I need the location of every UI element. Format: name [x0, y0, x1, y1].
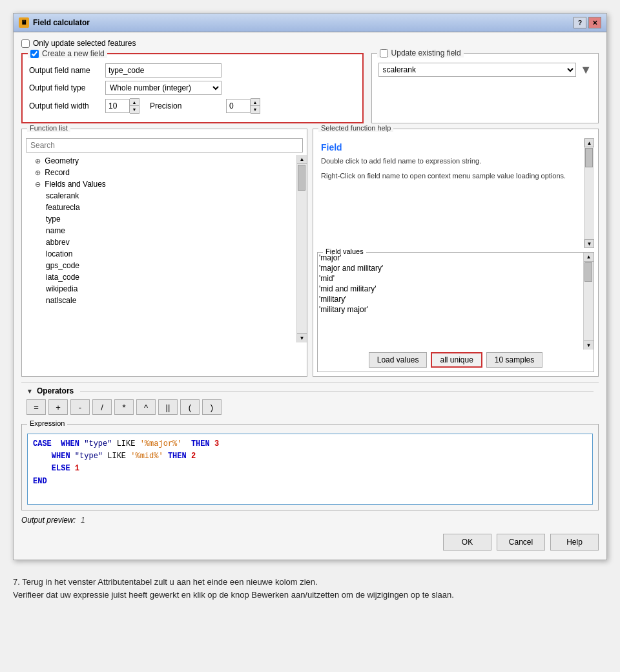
tree-item-location[interactable]: location	[22, 248, 296, 260]
help-sb-thumb[interactable]	[585, 148, 593, 167]
precision-up[interactable]: ▲	[251, 99, 260, 106]
op-close-paren[interactable]: )	[202, 399, 222, 415]
ok-button[interactable]: OK	[443, 534, 491, 551]
tree-item-natlscale[interactable]: natlscale	[22, 295, 296, 306]
output-field-type-select[interactable]: Whole number (integer) Decimal number (r…	[105, 81, 222, 95]
help-sb-track	[584, 147, 594, 239]
fv-scroll-track	[584, 262, 594, 341]
close-btn[interactable]: ✕	[588, 17, 601, 28]
precision-input[interactable]	[226, 99, 251, 113]
app-icon: 🖩	[19, 17, 29, 28]
fv-item-1[interactable]: 'major'	[318, 253, 583, 263]
tree-scroll-down[interactable]: ▼	[297, 333, 307, 342]
output-field-type-label: Output field type	[29, 83, 100, 92]
fv-scrollbar: ▲ ▼	[583, 253, 594, 350]
function-help-title: Field	[321, 142, 580, 152]
field-values-list: 'major' 'major and military' 'mid' 'mid …	[318, 253, 583, 350]
op-plus[interactable]: +	[48, 399, 68, 415]
ten-samples-btn[interactable]: 10 samples	[486, 352, 542, 368]
tree-item-record[interactable]: ⊕ Record	[22, 167, 296, 178]
tree-scroll-thumb[interactable]	[298, 165, 305, 191]
tree-scroll-wrapper: ⊕ Geometry ⊕ Record ⊖ Fields and Values	[22, 155, 307, 342]
title-bar-left: 🖩 Field calculator	[19, 17, 90, 28]
load-values-btn[interactable]: Load values	[369, 352, 428, 368]
expression-title: Expression	[27, 419, 67, 427]
operators-header[interactable]: ▼ Operators	[26, 386, 594, 395]
op-minus[interactable]: -	[70, 399, 90, 415]
tree-scroll-up[interactable]: ▲	[297, 155, 307, 164]
tree-item-fields-values[interactable]: ⊖ Fields and Values	[22, 178, 296, 190]
update-dropdown-arrow[interactable]: ▼	[580, 63, 592, 77]
op-open-paren[interactable]: (	[180, 399, 200, 415]
output-field-width-up[interactable]: ▲	[130, 99, 139, 106]
search-box	[26, 138, 303, 152]
output-field-type-row: Output field type Whole number (integer)…	[29, 81, 356, 95]
op-equals[interactable]: =	[26, 399, 46, 415]
help-sb-down[interactable]: ▼	[584, 239, 594, 248]
tree-scrollbar: ▲ ▼	[296, 155, 307, 342]
expand-icon-fields-values: ⊖	[35, 180, 41, 188]
update-existing-field-content: scalerank ▼	[372, 54, 598, 82]
search-input[interactable]	[26, 138, 303, 152]
output-field-name-input[interactable]	[105, 63, 222, 78]
tree-item-scalerank[interactable]: scalerank	[22, 190, 296, 202]
fv-scroll-down[interactable]: ▼	[584, 341, 594, 350]
expression-section: Expression CASE WHEN "type" LIKE '%major…	[21, 424, 599, 510]
output-field-name-label: Output field name	[29, 66, 100, 75]
output-field-width-spin: ▲ ▼	[105, 98, 140, 114]
fv-item-4[interactable]: 'mid and military'	[318, 284, 583, 294]
tree-item-wikipedia[interactable]: wikipedia	[22, 283, 296, 295]
precision-spin: ▲ ▼	[226, 98, 260, 114]
output-preview-row: Output preview: 1	[21, 516, 599, 525]
fv-scroll-wrapper: 'major' 'major and military' 'mid' 'mid …	[318, 253, 594, 350]
expression-content: CASE WHEN "type" LIKE '%major%' THEN 3 W…	[22, 425, 598, 510]
selected-function-panel: Selected function help Field Double clic…	[313, 129, 599, 377]
output-field-width-input[interactable]	[105, 99, 130, 113]
tree-item-gps-code[interactable]: gps_code	[22, 260, 296, 271]
output-field-width-down[interactable]: ▼	[130, 106, 139, 113]
create-new-field-checkbox[interactable]	[30, 50, 39, 58]
fv-item-5[interactable]: 'military'	[318, 294, 583, 304]
only-update-checkbox[interactable]	[21, 39, 30, 48]
tree-item-iata-code[interactable]: iata_code	[22, 271, 296, 283]
dialog-buttons: OK Cancel Help	[21, 531, 599, 552]
op-pipe[interactable]: ||	[158, 399, 178, 415]
tree-item-geometry[interactable]: ⊕ Geometry	[22, 155, 296, 167]
function-list-panel: Function list ⊕ Geometry ⊕	[21, 129, 307, 377]
update-existing-field-select[interactable]: scalerank	[378, 63, 577, 77]
help-button[interactable]: Help	[550, 534, 599, 551]
field-calculator-dialog: 🖩 Field calculator ? ✕ Only update selec…	[13, 13, 607, 560]
cancel-button[interactable]: Cancel	[497, 534, 545, 551]
fv-scroll-up[interactable]: ▲	[584, 253, 594, 262]
tree-item-featurecla[interactable]: featurecla	[22, 202, 296, 213]
op-divide[interactable]: /	[92, 399, 112, 415]
op-caret[interactable]: ^	[136, 399, 156, 415]
tree-item-type[interactable]: type	[22, 213, 296, 225]
precision-down[interactable]: ▼	[251, 106, 260, 113]
update-existing-field-title: Update existing field	[377, 48, 464, 58]
field-values-buttons: Load values all unique 10 samples	[318, 350, 594, 372]
help-title-btn[interactable]: ?	[574, 17, 586, 28]
op-multiply[interactable]: *	[114, 399, 134, 415]
tree-item-abbrev[interactable]: abbrev	[22, 236, 296, 248]
help-scrollbar: ▲ ▼	[584, 138, 594, 248]
title-bar: 🖩 Field calculator ? ✕	[14, 14, 606, 32]
all-unique-btn[interactable]: all unique	[431, 352, 482, 368]
fv-item-2[interactable]: 'major and military'	[318, 263, 583, 273]
tree-item-name[interactable]: name	[22, 225, 296, 236]
fv-item-6[interactable]: 'military major'	[318, 304, 583, 315]
bottom-text: 7. Terug in het venster Attributentabel …	[13, 576, 607, 601]
fv-item-3[interactable]: 'mid'	[318, 273, 583, 284]
create-new-field-content: Output field name Output field type Whol…	[23, 54, 362, 122]
function-help-text2: Right-Click on field name to open contex…	[321, 171, 580, 181]
help-sb-up[interactable]: ▲	[584, 138, 594, 147]
help-text-inner: Field Double click to add field name to …	[317, 138, 584, 248]
only-update-label[interactable]: Only update selected features	[21, 39, 599, 48]
output-preview-value: 1	[81, 516, 85, 525]
bottom-text-line2: Verifieer dat uw expressie juist heeft g…	[13, 590, 454, 600]
update-existing-field-checkbox[interactable]	[380, 49, 388, 58]
expression-editor[interactable]: CASE WHEN "type" LIKE '%major%' THEN 3 W…	[27, 434, 593, 505]
expression-text: CASE WHEN "type" LIKE '%major%' THEN 3 W…	[33, 439, 219, 486]
fv-scroll-thumb[interactable]	[584, 262, 592, 282]
output-preview-label: Output preview:	[21, 516, 76, 525]
